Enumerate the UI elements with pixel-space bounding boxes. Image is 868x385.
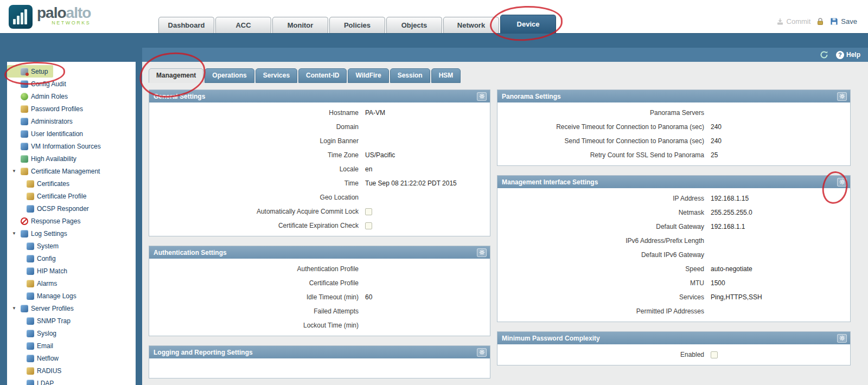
field-label: Speed bbox=[502, 265, 711, 273]
collapse-arrow-icon[interactable]: ▼ bbox=[10, 231, 18, 236]
edit-panorama-settings-button[interactable] bbox=[837, 92, 847, 101]
sidebar-item-response-pages[interactable]: Response Pages bbox=[7, 215, 86, 227]
sidebar-item-email[interactable]: Email bbox=[7, 339, 59, 352]
sidebar-item-hip-match[interactable]: HIP Match bbox=[7, 265, 73, 277]
radius-icon bbox=[27, 367, 34, 375]
sidebar-item-administrators[interactable]: Administrators bbox=[7, 115, 78, 127]
collapse-arrow-icon[interactable]: ▼ bbox=[10, 169, 18, 174]
save-label: Save bbox=[841, 17, 857, 25]
sidebar-item-alarms[interactable]: Alarms bbox=[7, 277, 62, 290]
subtab-content-id[interactable]: Content-ID bbox=[298, 68, 347, 83]
certificate-expiration-check-checkbox[interactable] bbox=[365, 222, 372, 229]
field-row: Default Gateway192.168.1.1 bbox=[502, 220, 846, 234]
sidebar-item-label: LDAP bbox=[37, 380, 54, 385]
sidebar-item-radius[interactable]: RADIUS bbox=[7, 364, 67, 377]
collapse-arrow-icon[interactable]: ▼ bbox=[10, 306, 18, 311]
sidebar-item-certificate-management[interactable]: ▼Certificate Management bbox=[7, 165, 105, 177]
sidebar-item-certificate-profile[interactable]: Certificate Profile bbox=[7, 190, 92, 202]
panel-body bbox=[149, 358, 490, 378]
content-area: ManagementOperationsServicesContent-IDWi… bbox=[142, 62, 868, 385]
sidebar-item-manage-logs[interactable]: Manage Logs bbox=[7, 290, 82, 302]
panel-body: Authentication ProfileCertificate Profil… bbox=[149, 259, 490, 336]
nav-tab-device[interactable]: Device bbox=[500, 15, 556, 33]
edit-logging-and-reporting-settings-button[interactable] bbox=[477, 348, 487, 357]
panel-general-settings: General SettingsHostnamePA-VMDomainLogin… bbox=[149, 89, 490, 236]
sidebar-item-server-profiles[interactable]: ▼Server Profiles bbox=[7, 302, 79, 315]
commit-button[interactable]: Commit bbox=[776, 17, 811, 25]
field-label: Time bbox=[154, 179, 365, 187]
password-profiles-icon bbox=[21, 105, 28, 113]
sidebar-item-label: Administrators bbox=[31, 118, 73, 125]
nav-tab-dashboard[interactable]: Dashboard bbox=[158, 17, 214, 33]
panel-management-interface-settings: Management Interface SettingsIP Address1… bbox=[497, 175, 851, 322]
sidebar-item-user-identification[interactable]: User Identification bbox=[7, 127, 88, 140]
sidebar-item-config[interactable]: Config bbox=[7, 252, 61, 265]
field-row: IPv6 Address/Prefix Length bbox=[502, 234, 846, 248]
save-icon bbox=[830, 17, 838, 25]
field-label: Certificate Profile bbox=[154, 279, 365, 287]
sidebar-item-setup[interactable]: Setup bbox=[7, 65, 53, 78]
edit-management-interface-settings-button[interactable] bbox=[837, 178, 847, 187]
sidebar-item-ocsp-responder[interactable]: OCSP Responder bbox=[7, 202, 94, 215]
nav-tab-network[interactable]: Network bbox=[443, 17, 499, 33]
sidebar-item-log-settings[interactable]: ▼Log Settings bbox=[7, 227, 73, 240]
field-row: Certificate Profile bbox=[154, 276, 486, 290]
field-row: Default IPv6 Gateway bbox=[502, 248, 846, 262]
sidebar-item-label: Certificates bbox=[37, 180, 69, 188]
sidebar-item-label: Certificate Management bbox=[31, 168, 100, 175]
subtab-services[interactable]: Services bbox=[256, 68, 297, 83]
subtab-hsm[interactable]: HSM bbox=[431, 68, 461, 83]
field-row: Permitted IP Addresses bbox=[502, 304, 846, 318]
sidebar-item-ldap[interactable]: LDAP bbox=[7, 377, 59, 385]
refresh-button[interactable] bbox=[820, 50, 828, 59]
edit-minimum-password-complexity-button[interactable] bbox=[837, 334, 847, 343]
app-header: paloalto NETWORKS DashboardACCMonitorPol… bbox=[0, 0, 868, 34]
subtab-operations[interactable]: Operations bbox=[205, 68, 254, 83]
field-row: Lockout Time (min) bbox=[154, 318, 486, 332]
panel-title: General Settings bbox=[154, 93, 205, 100]
panel-panorama-settings: Panorama SettingsPanorama ServersReceive… bbox=[497, 89, 851, 166]
commit-lock-icon[interactable] bbox=[817, 18, 824, 25]
sidebar-item-certificates[interactable]: Certificates bbox=[7, 177, 75, 190]
subtab-wildfire[interactable]: WildFire bbox=[348, 68, 388, 83]
field-value: en bbox=[365, 165, 372, 173]
nav-tab-objects[interactable]: Objects bbox=[386, 17, 442, 33]
sidebar-item-vm-information-sources[interactable]: VM Information Sources bbox=[7, 140, 106, 152]
field-label: MTU bbox=[502, 279, 711, 287]
sidebar-item-system[interactable]: System bbox=[7, 240, 64, 252]
subtab-session[interactable]: Session bbox=[390, 68, 430, 83]
field-label: Authentication Profile bbox=[154, 265, 365, 273]
field-value: Ping,HTTPS,SSH bbox=[711, 293, 762, 301]
sidebar-item-label: Config Audit bbox=[31, 80, 66, 88]
right-column: Panorama SettingsPanorama ServersReceive… bbox=[497, 89, 851, 365]
panel-title: Minimum Password Complexity bbox=[502, 335, 600, 342]
sidebar-item-high-availability[interactable]: High Availability bbox=[7, 152, 82, 165]
subtab-management[interactable]: Management bbox=[149, 68, 203, 83]
edit-authentication-settings-button[interactable] bbox=[477, 248, 487, 257]
panel-header-management-interface-settings: Management Interface Settings bbox=[497, 176, 850, 188]
nav-tab-acc[interactable]: ACC bbox=[215, 17, 271, 33]
panel-minimum-password-complexity: Minimum Password ComplexityEnabled bbox=[497, 331, 851, 365]
sidebar-item-syslog[interactable]: Syslog bbox=[7, 327, 62, 339]
automatically-acquire-commit-lock-checkbox[interactable] bbox=[365, 208, 372, 215]
field-value: 240 bbox=[711, 123, 722, 131]
sidebar-item-config-audit[interactable]: Config Audit bbox=[7, 78, 72, 90]
sidebar-item-label: VM Information Sources bbox=[31, 143, 101, 150]
nav-tab-policies[interactable]: Policies bbox=[329, 17, 385, 33]
sidebar-item-netflow[interactable]: Netflow bbox=[7, 352, 64, 364]
config-audit-icon bbox=[21, 80, 28, 88]
help-button[interactable]: ? Help bbox=[836, 51, 860, 59]
nav-tab-monitor[interactable]: Monitor bbox=[272, 17, 328, 33]
panel-title: Authentication Settings bbox=[154, 249, 227, 256]
sidebar-item-admin-roles[interactable]: Admin Roles bbox=[7, 90, 73, 102]
sidebar-tree: SetupConfig AuditAdmin RolesPassword Pro… bbox=[7, 62, 136, 385]
sidebar-item-password-profiles[interactable]: Password Profiles bbox=[7, 102, 88, 115]
sidebar-item-label: Syslog bbox=[37, 330, 56, 337]
edit-general-settings-button[interactable] bbox=[477, 92, 487, 101]
enabled-checkbox[interactable] bbox=[711, 351, 718, 358]
sidebar-item-label: User Identification bbox=[31, 130, 83, 138]
field-row: Localeen bbox=[154, 162, 486, 176]
panel-body: Enabled bbox=[497, 344, 850, 365]
sidebar-item-snmp-trap[interactable]: SNMP Trap bbox=[7, 315, 76, 327]
save-button[interactable]: Save bbox=[830, 17, 857, 25]
